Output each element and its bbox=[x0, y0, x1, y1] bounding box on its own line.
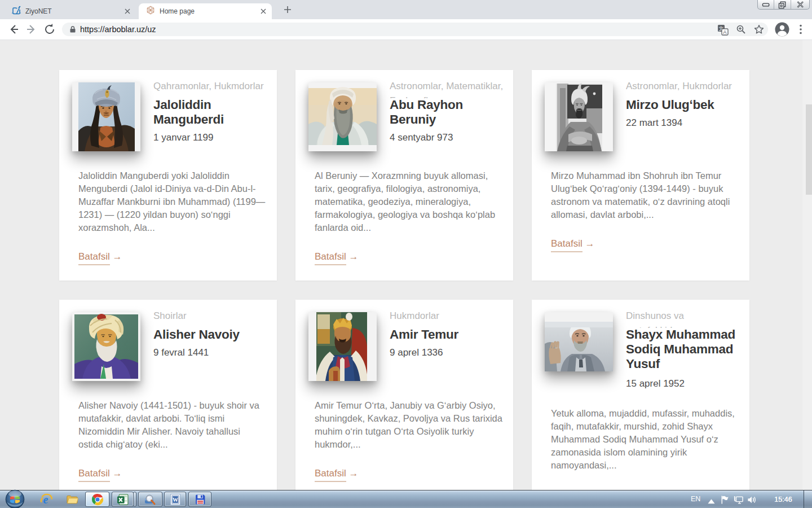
svg-text:W: W bbox=[173, 497, 178, 503]
svg-text:A: A bbox=[723, 29, 727, 35]
